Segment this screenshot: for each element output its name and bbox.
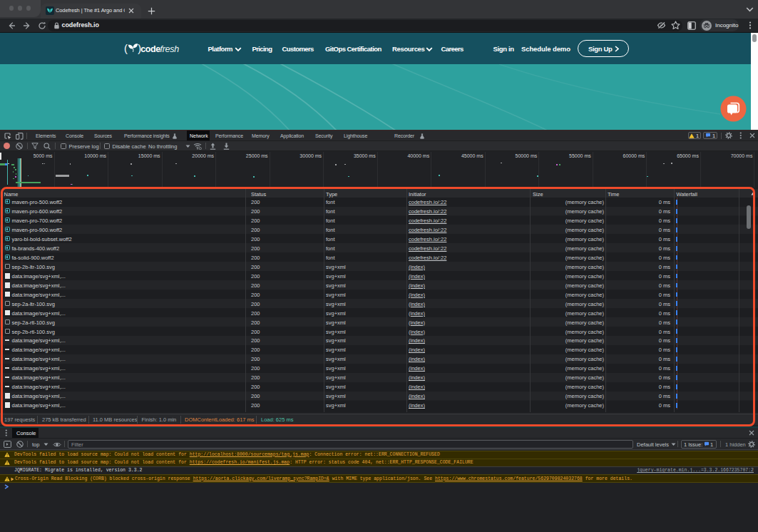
svg-text:(: ( <box>124 43 128 54</box>
svg-text:fresh: fresh <box>160 44 180 54</box>
svg-text:code: code <box>140 44 160 54</box>
